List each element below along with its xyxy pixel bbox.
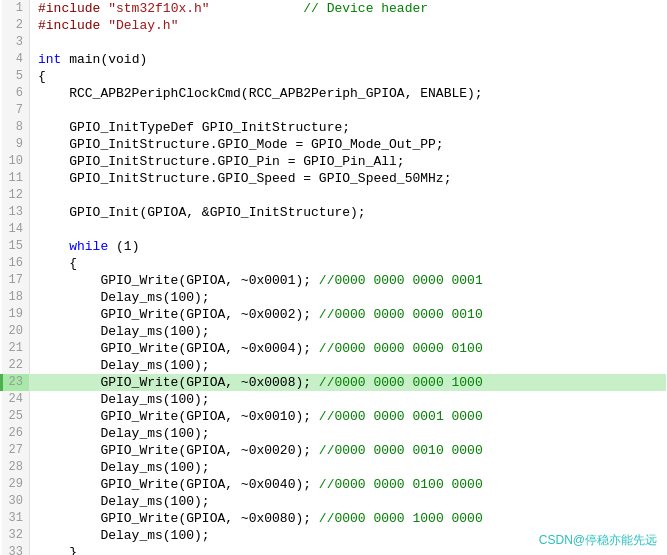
line-number: 4 bbox=[2, 51, 30, 68]
code-content: GPIO_Write(GPIOA, ~0x0004); //0000 0000 … bbox=[30, 340, 666, 357]
line-number: 22 bbox=[2, 357, 30, 374]
table-row: 1#include "stm32f10x.h" // Device header bbox=[2, 0, 666, 17]
line-number: 19 bbox=[2, 306, 30, 323]
code-content bbox=[30, 102, 666, 119]
table-row: 2#include "Delay.h" bbox=[2, 17, 666, 34]
line-number: 1 bbox=[2, 0, 30, 17]
line-number: 24 bbox=[2, 391, 30, 408]
table-row: 11 GPIO_InitStructure.GPIO_Speed = GPIO_… bbox=[2, 170, 666, 187]
code-content: GPIO_InitStructure.GPIO_Speed = GPIO_Spe… bbox=[30, 170, 666, 187]
table-row: 18 Delay_ms(100); bbox=[2, 289, 666, 306]
table-row: 23 GPIO_Write(GPIOA, ~0x0008); //0000 00… bbox=[2, 374, 666, 391]
code-content: #include "stm32f10x.h" // Device header bbox=[30, 0, 666, 17]
table-row: 9 GPIO_InitStructure.GPIO_Mode = GPIO_Mo… bbox=[2, 136, 666, 153]
code-content: #include "Delay.h" bbox=[30, 17, 666, 34]
table-row: 4int main(void) bbox=[2, 51, 666, 68]
line-number: 27 bbox=[2, 442, 30, 459]
line-number: 7 bbox=[2, 102, 30, 119]
code-content: { bbox=[30, 255, 666, 272]
line-number: 21 bbox=[2, 340, 30, 357]
table-row: 27 GPIO_Write(GPIOA, ~0x0020); //0000 00… bbox=[2, 442, 666, 459]
line-number: 14 bbox=[2, 221, 30, 238]
line-number: 33 bbox=[2, 544, 30, 555]
code-content: Delay_ms(100); bbox=[30, 289, 666, 306]
code-content: GPIO_Write(GPIOA, ~0x0008); //0000 0000 … bbox=[30, 374, 666, 391]
table-row: 7 bbox=[2, 102, 666, 119]
line-number: 28 bbox=[2, 459, 30, 476]
table-row: 12 bbox=[2, 187, 666, 204]
line-number: 16 bbox=[2, 255, 30, 272]
table-row: 25 GPIO_Write(GPIOA, ~0x0010); //0000 00… bbox=[2, 408, 666, 425]
code-content: GPIO_Write(GPIOA, ~0x0040); //0000 0000 … bbox=[30, 476, 666, 493]
line-number: 11 bbox=[2, 170, 30, 187]
code-content: while (1) bbox=[30, 238, 666, 255]
line-number: 10 bbox=[2, 153, 30, 170]
line-number: 20 bbox=[2, 323, 30, 340]
table-row: 13 GPIO_Init(GPIOA, &GPIO_InitStructure)… bbox=[2, 204, 666, 221]
table-row: 29 GPIO_Write(GPIOA, ~0x0040); //0000 00… bbox=[2, 476, 666, 493]
table-row: 22 Delay_ms(100); bbox=[2, 357, 666, 374]
code-content: Delay_ms(100); bbox=[30, 357, 666, 374]
line-number: 32 bbox=[2, 527, 30, 544]
table-row: 26 Delay_ms(100); bbox=[2, 425, 666, 442]
code-content: Delay_ms(100); bbox=[30, 459, 666, 476]
table-row: 5{ bbox=[2, 68, 666, 85]
code-content: Delay_ms(100); bbox=[30, 493, 666, 510]
line-number: 31 bbox=[2, 510, 30, 527]
code-content: Delay_ms(100); bbox=[30, 425, 666, 442]
line-number: 15 bbox=[2, 238, 30, 255]
code-content: int main(void) bbox=[30, 51, 666, 68]
code-content: RCC_APB2PeriphClockCmd(RCC_APB2Periph_GP… bbox=[30, 85, 666, 102]
code-content: GPIO_InitStructure.GPIO_Pin = GPIO_Pin_A… bbox=[30, 153, 666, 170]
table-row: 30 Delay_ms(100); bbox=[2, 493, 666, 510]
table-row: 24 Delay_ms(100); bbox=[2, 391, 666, 408]
line-number: 9 bbox=[2, 136, 30, 153]
table-row: 31 GPIO_Write(GPIOA, ~0x0080); //0000 00… bbox=[2, 510, 666, 527]
line-number: 17 bbox=[2, 272, 30, 289]
code-content: Delay_ms(100); bbox=[30, 391, 666, 408]
code-content: Delay_ms(100); bbox=[30, 323, 666, 340]
code-content bbox=[30, 221, 666, 238]
code-content: { bbox=[30, 68, 666, 85]
line-number: 2 bbox=[2, 17, 30, 34]
line-number: 6 bbox=[2, 85, 30, 102]
table-row: 6 RCC_APB2PeriphClockCmd(RCC_APB2Periph_… bbox=[2, 85, 666, 102]
code-content: GPIO_Init(GPIOA, &GPIO_InitStructure); bbox=[30, 204, 666, 221]
code-content: GPIO_Write(GPIOA, ~0x0002); //0000 0000 … bbox=[30, 306, 666, 323]
table-row: 21 GPIO_Write(GPIOA, ~0x0004); //0000 00… bbox=[2, 340, 666, 357]
table-row: 16 { bbox=[2, 255, 666, 272]
table-row: 14 bbox=[2, 221, 666, 238]
code-editor: 1#include "stm32f10x.h" // Device header… bbox=[0, 0, 667, 555]
line-number: 12 bbox=[2, 187, 30, 204]
line-number: 13 bbox=[2, 204, 30, 221]
line-number: 25 bbox=[2, 408, 30, 425]
line-number: 18 bbox=[2, 289, 30, 306]
line-number: 26 bbox=[2, 425, 30, 442]
code-content: GPIO_Write(GPIOA, ~0x0010); //0000 0000 … bbox=[30, 408, 666, 425]
table-row: 8 GPIO_InitTypeDef GPIO_InitStructure; bbox=[2, 119, 666, 136]
line-number: 8 bbox=[2, 119, 30, 136]
watermark: CSDN@停稳亦能先远 bbox=[539, 532, 657, 549]
table-row: 3 bbox=[2, 34, 666, 51]
table-row: 20 Delay_ms(100); bbox=[2, 323, 666, 340]
line-number: 30 bbox=[2, 493, 30, 510]
table-row: 17 GPIO_Write(GPIOA, ~0x0001); //0000 00… bbox=[2, 272, 666, 289]
table-row: 15 while (1) bbox=[2, 238, 666, 255]
line-number: 29 bbox=[2, 476, 30, 493]
code-content: GPIO_Write(GPIOA, ~0x0020); //0000 0000 … bbox=[30, 442, 666, 459]
code-content: GPIO_Write(GPIOA, ~0x0080); //0000 0000 … bbox=[30, 510, 666, 527]
code-content bbox=[30, 187, 666, 204]
code-content: GPIO_InitTypeDef GPIO_InitStructure; bbox=[30, 119, 666, 136]
code-table: 1#include "stm32f10x.h" // Device header… bbox=[0, 0, 667, 555]
table-row: 19 GPIO_Write(GPIOA, ~0x0002); //0000 00… bbox=[2, 306, 666, 323]
table-row: 28 Delay_ms(100); bbox=[2, 459, 666, 476]
line-number: 3 bbox=[2, 34, 30, 51]
code-content: GPIO_InitStructure.GPIO_Mode = GPIO_Mode… bbox=[30, 136, 666, 153]
line-number: 23 bbox=[2, 374, 30, 391]
code-content bbox=[30, 34, 666, 51]
table-row: 10 GPIO_InitStructure.GPIO_Pin = GPIO_Pi… bbox=[2, 153, 666, 170]
line-number: 5 bbox=[2, 68, 30, 85]
code-content: GPIO_Write(GPIOA, ~0x0001); //0000 0000 … bbox=[30, 272, 666, 289]
